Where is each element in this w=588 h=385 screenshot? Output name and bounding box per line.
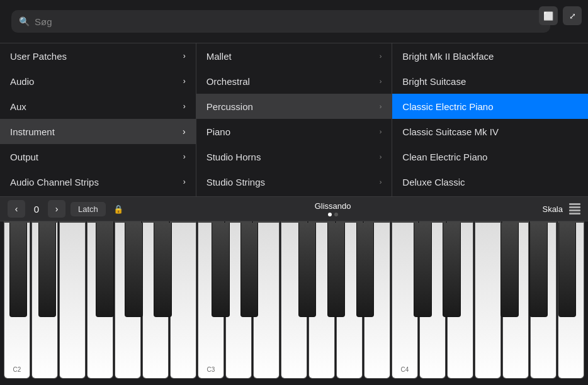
black-key[interactable] xyxy=(125,223,143,317)
white-key[interactable] xyxy=(475,221,501,379)
black-key[interactable] xyxy=(529,223,548,317)
search-bar: 🔍 xyxy=(11,10,550,33)
glissando-dots xyxy=(328,213,338,216)
window-icon-button[interactable]: ⬜ xyxy=(539,6,558,25)
scale-control: Skala xyxy=(542,203,580,215)
col2-item-percussion[interactable]: Percussion › xyxy=(196,94,392,119)
white-key[interactable] xyxy=(59,221,86,379)
black-key[interactable] xyxy=(414,223,432,317)
black-key[interactable] xyxy=(327,223,346,317)
col1-categories: User Patches › Audio › Aux › Instrument … xyxy=(0,43,196,213)
col2-item-studio-strings[interactable]: Studio Strings › xyxy=(196,169,392,194)
piano-keyboard: C2C3C4 xyxy=(0,221,588,384)
white-key[interactable] xyxy=(170,221,196,379)
expand-icon-button[interactable]: ⤢ xyxy=(563,6,582,25)
chevron-right-icon: › xyxy=(380,128,382,135)
dot-1 xyxy=(328,213,332,216)
col2-subcategories: Mallet › Orchestral › Percussion › Piano… xyxy=(196,43,393,213)
col3-item-clean-electric-piano[interactable]: Clean Electric Piano xyxy=(392,144,588,169)
black-key[interactable] xyxy=(240,223,259,317)
chevron-right-icon: › xyxy=(380,153,382,160)
header-icons: ⬜ ⤢ xyxy=(539,6,582,25)
sidebar-item-audio-channel-strips[interactable]: Audio Channel Strips › xyxy=(0,169,196,194)
chevron-right-icon: › xyxy=(380,178,382,186)
latch-button[interactable]: Latch xyxy=(71,202,106,216)
sidebar-item-instrument[interactable]: Instrument › xyxy=(0,119,196,144)
glissando-label: Glissando xyxy=(315,201,351,211)
octave-up-button[interactable]: › xyxy=(48,200,65,218)
expand-icon: ⤢ xyxy=(569,11,576,21)
skala-label: Skala xyxy=(542,204,563,214)
col3-item-bright-mk2-blackface[interactable]: Bright Mk II Blackface xyxy=(392,43,588,69)
bars-icon[interactable] xyxy=(569,203,580,215)
chevron-right-icon: › xyxy=(183,52,186,60)
lock-icon: 🔒 xyxy=(113,204,123,214)
black-key[interactable] xyxy=(96,223,114,317)
window-icon: ⬜ xyxy=(543,11,553,21)
col2-item-studio-horns[interactable]: Studio Horns › xyxy=(196,144,392,169)
search-icon: 🔍 xyxy=(19,16,30,26)
black-key[interactable] xyxy=(443,223,461,317)
chevron-right-icon: › xyxy=(183,126,186,137)
black-key[interactable] xyxy=(9,223,28,317)
black-key[interactable] xyxy=(500,223,519,317)
chevron-right-icon: › xyxy=(183,102,186,111)
dot-2 xyxy=(334,213,338,216)
keyboard-controls: ‹ 0 › Latch 🔒 Glissando Skala xyxy=(0,196,588,221)
chevron-right-icon: › xyxy=(183,77,186,86)
sidebar-item-aux[interactable]: Aux › xyxy=(0,94,196,119)
col2-item-mallet[interactable]: Mallet › xyxy=(196,43,392,69)
col3-item-deluxe-classic[interactable]: Deluxe Classic xyxy=(392,169,588,194)
octave-number: 0 xyxy=(30,204,43,215)
chevron-right-icon: › xyxy=(380,77,382,85)
col3-item-classic-suitcase-mk4[interactable]: Classic Suitcase Mk IV xyxy=(392,119,588,144)
keyboard-section: ‹ 0 › Latch 🔒 Glissando Skala C2C3C4 xyxy=(0,196,588,385)
col3-item-classic-electric-piano[interactable]: Classic Electric Piano xyxy=(392,94,588,119)
sidebar-item-audio[interactable]: Audio › xyxy=(0,69,196,94)
col3-item-bright-suitcase[interactable]: Bright Suitcase xyxy=(392,69,588,94)
col2-item-piano[interactable]: Piano › xyxy=(196,119,392,144)
black-key[interactable] xyxy=(298,223,317,317)
octave-controls: ‹ 0 › Latch 🔒 xyxy=(8,200,123,218)
search-input[interactable] xyxy=(35,16,543,27)
black-key[interactable] xyxy=(356,223,375,317)
col2-item-orchestral[interactable]: Orchestral › xyxy=(196,69,392,94)
sidebar-item-output[interactable]: Output › xyxy=(0,144,196,169)
sidebar-item-user-patches[interactable]: User Patches › xyxy=(0,43,196,69)
octave-down-button[interactable]: ‹ xyxy=(8,200,25,218)
chevron-right-icon: › xyxy=(380,103,382,110)
menu-columns: User Patches › Audio › Aux › Instrument … xyxy=(0,43,588,213)
chevron-right-icon: › xyxy=(183,152,186,161)
col3-patches: Bright Mk II Blackface Bright Suitcase C… xyxy=(392,43,588,213)
chevron-right-icon: › xyxy=(183,177,186,186)
black-key[interactable] xyxy=(558,223,577,317)
chevron-right-icon: › xyxy=(380,52,382,60)
black-key[interactable] xyxy=(154,223,172,317)
black-key[interactable] xyxy=(38,223,57,317)
glissando-control: Glissando xyxy=(315,201,351,216)
black-key[interactable] xyxy=(212,223,230,317)
